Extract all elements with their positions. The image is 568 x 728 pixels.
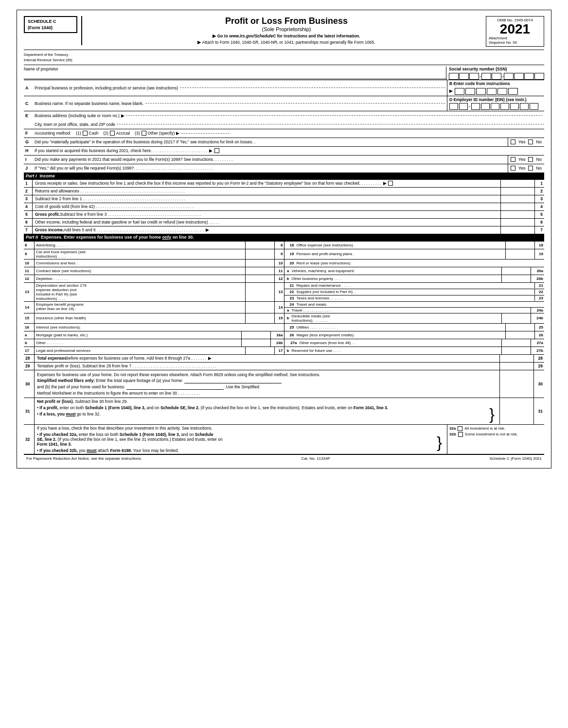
expense-row-11-20a: 11 Contract labor (see instructions) 11 …: [24, 267, 544, 275]
code-box-1[interactable]: [455, 88, 464, 95]
row-g-yesno: Yes No: [508, 138, 544, 146]
code-box-2[interactable]: [465, 88, 475, 95]
code-box-4[interactable]: [487, 88, 497, 95]
line-18-box[interactable]: [505, 242, 534, 249]
line-3-box[interactable]: [500, 195, 534, 203]
line-16a-box[interactable]: [241, 331, 270, 339]
omb-block: OMB No. 1545-0074 2021 Attachment Sequen…: [486, 16, 544, 47]
line-3-num: 3: [24, 195, 33, 203]
expense-row-15-24b: 15 Insurance (other than health) 15 b De…: [24, 313, 544, 323]
row-a-input[interactable]: [180, 87, 445, 88]
line-29: 29 Tentative profit or (loss). Subtract …: [24, 362, 544, 370]
row-c-input[interactable]: [145, 103, 445, 104]
code-box-3[interactable]: [476, 88, 486, 95]
row-e: E Business address (including suite or r…: [24, 111, 544, 129]
line-2-content: Returns and allowances . . . . . . . . .…: [33, 188, 500, 195]
line-26-box[interactable]: [505, 331, 534, 339]
expense-row-16b-27a: b Other . . . . . . . . 16b 27a Other ex…: [24, 339, 544, 347]
line-27a-box[interactable]: [501, 339, 531, 347]
row-j-yes-checkbox[interactable]: [511, 166, 515, 171]
ssn-label: Social security number (SSN) - -: [446, 67, 544, 80]
line-12-box[interactable]: [245, 275, 274, 282]
line-28-box[interactable]: [499, 355, 533, 362]
row-e-city: City, town or post office, state, and ZI…: [24, 120, 544, 129]
dept-treasury: Department of the Treasury: [24, 52, 111, 57]
line-31-box[interactable]: [499, 398, 533, 424]
row-g-yes-checkbox[interactable]: [511, 139, 515, 144]
cash-checkbox[interactable]: [83, 131, 88, 136]
row-i-no-checkbox[interactable]: [528, 157, 533, 162]
line-4-content: Cost of goods sold (from line 42) . . . …: [33, 203, 500, 210]
line-24b-box[interactable]: [501, 313, 531, 323]
line-30-box[interactable]: [499, 370, 533, 398]
ssn-boxes[interactable]: - -: [449, 73, 544, 80]
line-1-checkbox[interactable]: [388, 181, 393, 186]
row-i-yes-checkbox[interactable]: [511, 157, 515, 162]
row-e-city-input[interactable]: [117, 124, 544, 124]
line-20a-box[interactable]: [501, 267, 531, 275]
line-4-box[interactable]: [500, 203, 534, 210]
row-g-content: Did you "materially participate" in the …: [33, 138, 508, 146]
line-30-home-sqft[interactable]: [184, 378, 282, 383]
line-17-box[interactable]: [245, 347, 274, 354]
code-boxes[interactable]: [455, 88, 518, 95]
line-32: 32 If you have a loss, check the box tha…: [24, 424, 544, 454]
row-e-address-input[interactable]: [126, 115, 542, 116]
line-9-box[interactable]: [245, 249, 274, 259]
main-title: Profit or Loss From Business: [92, 16, 481, 26]
line-5: 5 Gross profit. Subtract line 4 from lin…: [24, 210, 544, 218]
line-29-box[interactable]: [499, 363, 533, 370]
expense-row-10-20: 10 Commissions and fees . 10 20 Rent or …: [24, 259, 544, 267]
line-30: 30 Expenses for business use of your hom…: [24, 370, 544, 398]
expense-grid: 8 Advertising . . . . . . 8 18 Office ex…: [24, 241, 544, 354]
line-5-box[interactable]: [500, 211, 534, 218]
row-g-no-checkbox[interactable]: [528, 139, 533, 144]
tax-year: 2021: [489, 22, 541, 36]
line-10-box[interactable]: [245, 260, 274, 267]
line-1-box[interactable]: [500, 180, 534, 187]
row-h-checkbox[interactable]: [214, 148, 219, 153]
line-16b-box[interactable]: [241, 339, 270, 347]
row-f-content: Accounting method: (1) Cash (2) Accrual …: [33, 129, 544, 138]
line-7-box[interactable]: [500, 226, 534, 234]
accrual-checkbox[interactable]: [110, 131, 115, 136]
ein-boxes[interactable]: -: [449, 103, 542, 110]
row-i-content: Did you make any payments in 2021 that w…: [33, 156, 508, 164]
line-8-box[interactable]: [245, 242, 274, 249]
line-2-box[interactable]: [500, 188, 534, 195]
row-d-label: D Employer ID number (EIN) (see instr.): [449, 97, 542, 102]
row-e-address: Business address (including suite or roo…: [33, 112, 544, 119]
expense-row-12-20b: 12 Depletion . . . . . . . 12 b Other bu…: [24, 275, 544, 282]
row-j-yesno: Yes No: [508, 164, 544, 173]
line-1-num-right: 1: [534, 180, 544, 187]
line-14-box[interactable]: [245, 302, 274, 313]
line-25-box[interactable]: [505, 324, 534, 331]
line-19-box[interactable]: [505, 249, 534, 259]
row-c-content: Business name. If no separate business n…: [33, 96, 447, 111]
line-3-content: Subtract line 2 from line 1 . . . . . . …: [33, 195, 500, 203]
schedule-c-form: SCHEDULE C (Form 1040) Profit or Loss Fr…: [17, 10, 551, 468]
row-c: C Business name. If no separate business…: [24, 96, 544, 111]
other-specify-input[interactable]: [181, 133, 230, 134]
row-b-arrow: ▶: [449, 88, 453, 93]
line-32b-checkbox[interactable]: [458, 432, 463, 437]
instructions-line2: ▶ Attach to Form 1040, 1040-SR, 1040-NR,…: [92, 40, 481, 45]
expense-row-14-24: 14 Employee benefit programs (other than…: [24, 301, 544, 313]
line-13-box[interactable]: [245, 283, 274, 301]
line-30-business-sqft[interactable]: [126, 384, 224, 390]
line-32a-checkbox[interactable]: [458, 426, 462, 431]
line-20b-box[interactable]: [501, 275, 531, 282]
line-11-box[interactable]: [245, 267, 274, 275]
code-box-5[interactable]: [497, 88, 507, 95]
name-input-area[interactable]: [24, 72, 446, 79]
footer-cat: Cat. No. 11334P: [302, 456, 330, 461]
other-checkbox[interactable]: [142, 131, 146, 136]
row-j-no-checkbox[interactable]: [528, 166, 533, 171]
code-box-6[interactable]: [508, 88, 518, 95]
line-15-box[interactable]: [245, 313, 274, 323]
line-27b-box[interactable]: [501, 347, 531, 354]
line-6-box[interactable]: [500, 219, 534, 226]
row-j-letter: J: [24, 164, 33, 173]
row-i-yesno: Yes No: [508, 156, 544, 164]
row-h: H If you started or acquired this busine…: [24, 146, 544, 155]
